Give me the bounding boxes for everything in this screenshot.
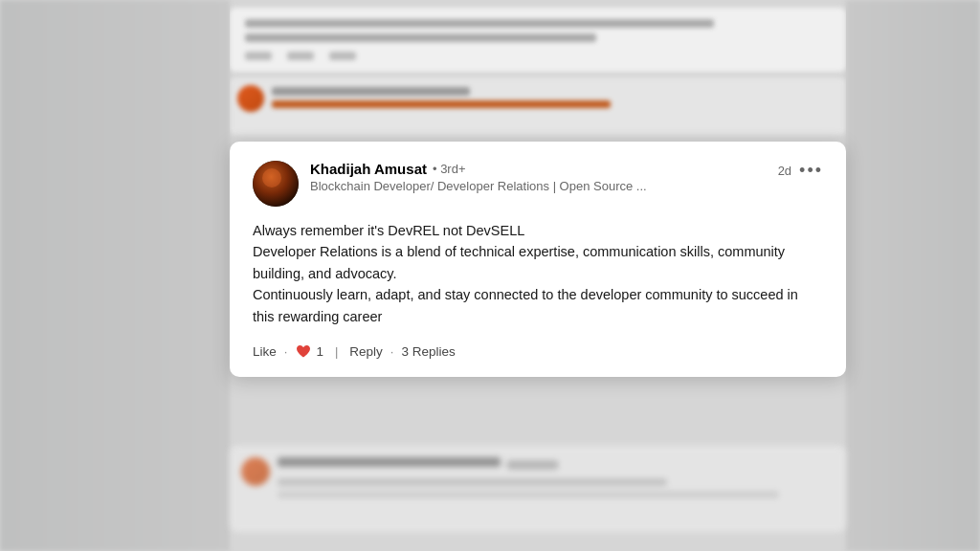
blurred-text-row-1 — [245, 19, 714, 28]
more-options-icon[interactable]: ••• — [799, 161, 823, 181]
post-timestamp: 2d — [778, 164, 791, 178]
top-sub-avatar — [237, 85, 264, 112]
user-info: Khadijah Amusat • 3rd+ Blockchain Develo… — [310, 161, 647, 193]
left-blur-panel — [0, 0, 230, 551]
avatar-image — [253, 161, 299, 207]
blurred-bottom-badge — [506, 460, 559, 470]
reply-button[interactable]: Reply — [349, 344, 383, 359]
like-button[interactable]: Like — [253, 344, 277, 359]
heart-icon — [295, 342, 312, 360]
card-header: Khadijah Amusat • 3rd+ Blockchain Develo… — [253, 161, 823, 207]
blurred-action-row — [245, 52, 831, 60]
user-name-row: Khadijah Amusat • 3rd+ — [310, 161, 647, 177]
top-blur-area — [230, 0, 846, 142]
blurred-bottom-avatar — [241, 457, 270, 486]
post-content: Always remember it's DevREL not DevSELL … — [253, 220, 823, 327]
action-row: Like · 1 | Reply · 3 Replies — [253, 342, 823, 360]
replies-count: 3 Replies — [401, 344, 455, 359]
dot-separator-2: · — [390, 344, 394, 359]
user-degree: • 3rd+ — [433, 162, 466, 176]
blurred-bottom-sub-1 — [278, 478, 667, 486]
right-blur-panel — [846, 0, 980, 551]
blurred-bottom-comment — [230, 446, 846, 532]
blurred-bottom-section — [230, 436, 846, 551]
user-name[interactable]: Khadijah Amusat — [310, 161, 427, 177]
card-header-right: 2d ••• — [778, 161, 823, 181]
card-header-left: Khadijah Amusat • 3rd+ Blockchain Develo… — [253, 161, 647, 207]
top-blurred-comment — [230, 8, 846, 72]
blurred-bottom-name — [278, 457, 501, 467]
like-count-section: 1 — [295, 342, 323, 360]
divider: | — [335, 344, 338, 359]
blurred-reply-btn — [287, 52, 314, 60]
blurred-bottom-name-badge — [278, 457, 835, 473]
blurred-text-row-2 — [245, 33, 596, 42]
blurred-like-btn — [245, 52, 272, 60]
dot-separator-1: · — [284, 344, 288, 359]
like-count: 1 — [316, 344, 323, 359]
user-title: Blockchain Developer/ Developer Relation… — [310, 179, 647, 193]
top-sub-name — [272, 87, 470, 96]
blurred-bottom-text-1 — [278, 491, 779, 498]
top-sub-text — [272, 100, 611, 108]
top-blurred-sub-comment — [230, 77, 846, 135]
avatar — [253, 161, 299, 207]
post-card: Khadijah Amusat • 3rd+ Blockchain Develo… — [230, 142, 846, 377]
blurred-more-btn — [329, 52, 356, 60]
